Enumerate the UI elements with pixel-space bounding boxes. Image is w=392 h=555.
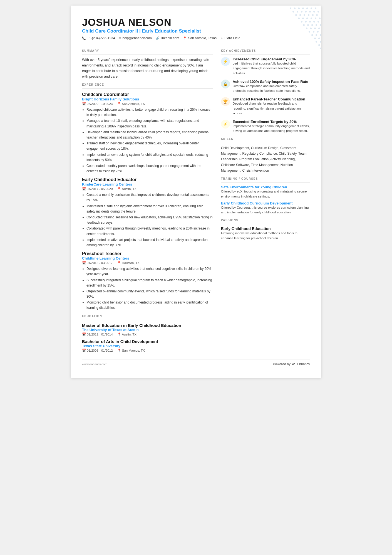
- school-2: Texas State University: [82, 344, 213, 348]
- achievement-text-3: Exceeded Enrollment Targets by 20%Implem…: [233, 120, 310, 134]
- passions-label: PASSIONS: [221, 219, 310, 222]
- achievement-icon-0: ⚡: [221, 57, 230, 66]
- bullet-item: Developed and maintained individualized …: [86, 130, 213, 140]
- school-1: The University of Texas at Austin: [82, 328, 213, 332]
- svg-point-18: [299, 14, 301, 16]
- bullet-item: Revamped childcare activities to better …: [86, 107, 213, 118]
- linkedin-contact[interactable]: 🔗 linkedin.com: [156, 36, 179, 40]
- edu-meta-1: 📅 01/2012 - 01/2014 📍 Austin, TX: [82, 332, 213, 336]
- skills-label: SKILLS: [221, 137, 310, 140]
- svg-point-37: [314, 28, 316, 29]
- svg-point-49: [316, 41, 317, 43]
- svg-point-33: [311, 24, 313, 26]
- job-bullets-3: Designed diverse learning activities tha…: [82, 266, 213, 311]
- degree-2: Bachelor of Arts in Child Development: [82, 339, 213, 344]
- summary-divider: [82, 55, 213, 55]
- job-dates-1: 📅 06/2020 - 10/2023: [82, 102, 113, 106]
- passion-title-0: Early Childhood Education: [221, 226, 310, 231]
- svg-point-17: [304, 14, 305, 16]
- achievement-desc-0: Led initiatives that successfully booste…: [233, 61, 310, 76]
- job-location-3: 📍 Houston, TX: [117, 261, 140, 265]
- bullet-item: Conducted training sessions for new educ…: [86, 215, 213, 225]
- svg-point-41: [313, 31, 314, 33]
- achievement-text-1: Achieved 100% Safety Inspection Pass Rat…: [233, 80, 310, 93]
- linkedin-value: linkedin.com: [161, 36, 179, 40]
- skills-divider: [221, 143, 310, 143]
- bullet-item: Coordinated monthly parent workshops, bo…: [86, 163, 213, 174]
- achievement-title-0: Increased Child Engagement by 30%: [233, 57, 310, 61]
- job-company-2: KinderCare Learning Centers: [82, 182, 213, 186]
- location-contact: 📍 San Antonio, Texas: [183, 36, 217, 40]
- achievements-container: ⚡Increased Child Engagement by 30%Led in…: [221, 57, 310, 134]
- achievement-icon-2: 🏆: [221, 97, 230, 106]
- svg-point-1: [311, 8, 312, 9]
- svg-point-4: [298, 8, 300, 9]
- svg-point-19: [295, 14, 297, 16]
- training-desc-1: Offered by Coursera, this course explore…: [221, 205, 310, 215]
- passion-desc-0: Exploring innovative educational methods…: [221, 231, 310, 241]
- bullet-item: Designed diverse learning activities tha…: [86, 266, 213, 277]
- achievement-desc-3: Implemented strategic community engageme…: [233, 124, 310, 134]
- svg-point-13: [292, 11, 294, 13]
- skills-text: Child Development, Curriculum Design, Cl…: [221, 145, 310, 174]
- email-value: help@enhancv.com: [122, 36, 152, 40]
- passions-container: Early Childhood EducationExploring innov…: [221, 226, 310, 241]
- svg-point-0: [315, 8, 316, 9]
- passions-divider: [221, 224, 310, 224]
- achievement-icon-1: 🔒: [221, 80, 230, 88]
- phone-value: +1-(234)-555-1234: [87, 36, 115, 40]
- resume-page: // Generate dot grid: [71, 6, 321, 378]
- footer: www.enhancv.com Powered by ∞ Enhancv: [82, 359, 310, 367]
- job-meta-2: 📅 04/2017 - 05/2020 📍 Austin, TX: [82, 187, 213, 191]
- achievement-title-2: Enhanced Parent-Teacher Communication: [233, 97, 310, 101]
- bullet-item: Implemented creative art projects that b…: [86, 237, 213, 248]
- job-bullets-2: Created a monthly curriculum that improv…: [82, 192, 213, 248]
- svg-point-48: [320, 41, 321, 43]
- left-column: SUMMARY With over 5 years' experience in…: [82, 45, 213, 354]
- svg-point-32: [316, 24, 317, 26]
- link-icon: 🔗: [156, 36, 160, 40]
- edu-location-2: 📍 San Marcos, TX: [117, 349, 145, 352]
- svg-point-6: [290, 8, 291, 9]
- job-location-1: 📍 San Antonio, TX: [117, 102, 145, 106]
- achievement-desc-2: Developed channels for regular feedback …: [233, 101, 310, 116]
- powered-by-text: Powered by: [273, 362, 291, 366]
- achievements-divider: [221, 55, 310, 55]
- achievement-desc-1: Oversaw compliance and implemented safet…: [233, 84, 310, 93]
- bullet-item: Created a monthly curriculum that improv…: [86, 192, 213, 203]
- svg-point-47: [314, 38, 316, 39]
- svg-point-44: [316, 34, 317, 36]
- location-icon: 📍: [183, 36, 187, 40]
- svg-point-15: [312, 14, 314, 16]
- bullet-item: Monitored child behavior and documented …: [86, 300, 213, 310]
- job-meta-1: 📅 06/2020 - 10/2023 📍 San Antonio, TX: [82, 102, 213, 106]
- svg-point-11: [301, 11, 302, 13]
- svg-point-22: [311, 18, 312, 19]
- candidate-title: Child Care Coordinator II | Early Educat…: [82, 28, 310, 34]
- summary-label: SUMMARY: [82, 49, 213, 52]
- phone-contact: 📞 +1-(234)-555-1234: [82, 36, 115, 40]
- svg-point-7: [317, 11, 319, 13]
- svg-point-36: [318, 28, 320, 29]
- footer-website: www.enhancv.com: [82, 362, 107, 366]
- job-title-1: Childcare Coordinator: [82, 92, 213, 97]
- training-label: TRAINING / COURSES: [221, 177, 310, 180]
- header: JOSHUA NELSON Child Care Coordinator II …: [82, 17, 310, 40]
- bullet-item: Organized bi-annual community events, wh…: [86, 289, 213, 299]
- extra-value: Extra Field: [224, 36, 240, 40]
- svg-point-2: [306, 8, 308, 9]
- job-dates-2: 📅 04/2017 - 05/2020: [82, 187, 113, 191]
- svg-point-27: [313, 21, 315, 23]
- extra-contact: ☆ Extra Field: [220, 36, 240, 40]
- experience-divider: [82, 88, 213, 89]
- achievement-title-1: Achieved 100% Safety Inspection Pass Rat…: [233, 80, 310, 84]
- star-icon: ☆: [220, 36, 223, 40]
- svg-point-43: [320, 34, 321, 36]
- svg-point-20: [319, 18, 321, 19]
- job-dates-3: 📅 01/2015 - 03/2017: [82, 261, 113, 265]
- svg-point-31: [320, 24, 321, 26]
- svg-point-40: [317, 31, 319, 33]
- experience-label: EXPERIENCE: [82, 83, 213, 86]
- bullet-item: Implemented a new tracking system for ch…: [86, 152, 213, 163]
- edu-location-1: 📍 Austin, TX: [117, 332, 137, 336]
